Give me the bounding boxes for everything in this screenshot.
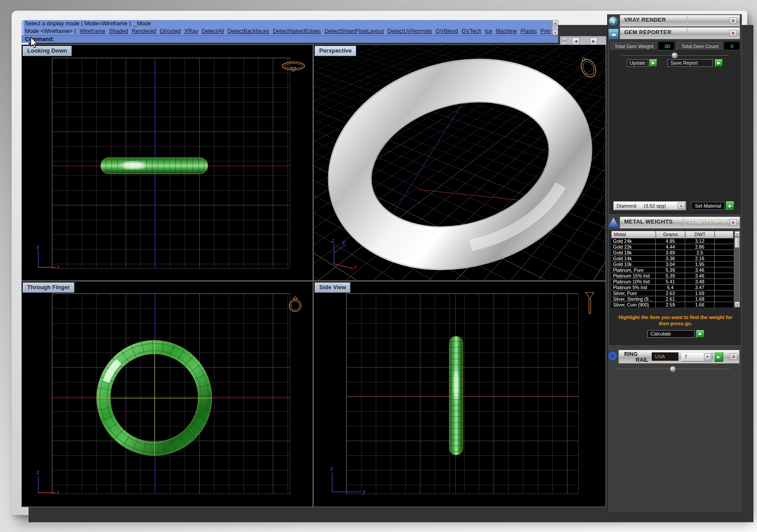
ring-rail-slider-knob[interactable] (670, 366, 676, 372)
material-name: Diamond (617, 203, 636, 209)
material-dropdown[interactable]: Diamond (3.52 spg) ▼ (613, 201, 686, 210)
command-option[interactable]: DetectUVNormals (387, 28, 432, 34)
ring-rail-icon (608, 352, 617, 360)
command-option[interactable]: Presentation (540, 28, 551, 34)
table-row[interactable]: Silver, Coin (900) 2.59 1.66 (611, 302, 733, 307)
metal-weights-icon (608, 217, 619, 227)
update-go-icon[interactable]: ▶ (650, 59, 657, 67)
axis-label-x: x (354, 264, 357, 270)
calculate-button[interactable]: Calculate (647, 330, 695, 338)
table-row[interactable]: Gold 24k 4.85 3.12 (611, 238, 733, 244)
viewport-perspective[interactable]: Perspective z y x (314, 45, 605, 280)
ring-size-region-input[interactable]: USA (652, 352, 679, 361)
gem-reporter-header[interactable]: GEM REPORTER ✕ (620, 27, 740, 39)
viewport-through-finger[interactable]: Through Finger z x (22, 282, 313, 507)
command-scrollbar[interactable]: ▲ ▼ (552, 20, 558, 35)
viewport-side-view[interactable]: Side View z y (314, 282, 605, 507)
close-icon[interactable]: ✕ (729, 17, 737, 24)
command-options: WireframeShadedRenderedGhostedXRayDetect… (76, 28, 551, 34)
scrollbar-thumb[interactable] (735, 237, 740, 248)
total-gem-count-value: 0 (724, 42, 740, 50)
scroll-up-icon[interactable]: ▲ (735, 231, 740, 237)
axis-label-y: y (342, 239, 345, 245)
ring-size-value: 7 (684, 354, 687, 360)
command-option[interactable]: DetectNakedEdges (273, 28, 321, 34)
close-icon[interactable]: ✕ (729, 30, 737, 37)
set-material-go-icon[interactable]: ▶ (726, 201, 734, 210)
ring-orientation-icon (288, 291, 303, 315)
set-material-button[interactable]: Set Material (691, 202, 725, 210)
viewport-tab-perspective[interactable]: Perspective (315, 46, 356, 56)
command-history-line2: Mode <Wireframe> (WireframeShadedRendere… (25, 28, 551, 35)
ring-band-top-view[interactable] (100, 157, 209, 175)
command-option[interactable]: Machine (496, 28, 517, 34)
update-button[interactable]: Update (627, 59, 648, 67)
command-option[interactable]: Shaded (109, 28, 128, 34)
save-report-go-icon[interactable]: ▶ (715, 59, 723, 67)
command-prompt-input[interactable]: Command: (21, 35, 558, 43)
calculate-go-icon[interactable]: ▶ (696, 330, 704, 338)
column-header-metal[interactable]: Metal (611, 231, 656, 238)
vray-render-title: VRAY RENDER (624, 17, 666, 23)
gem-reporter-title: GEM REPORTER (624, 29, 671, 36)
ring-size-dropdown[interactable]: 7 ▼ (681, 352, 712, 362)
close-icon[interactable]: ✕ (730, 353, 737, 360)
table-row[interactable]: Silver, Pure 2.63 1.69 (611, 291, 733, 296)
command-option[interactable]: DetectSmartFlowLayout (325, 28, 384, 34)
vray-render-header[interactable]: VRAY RENDER ✕ (620, 15, 740, 27)
object-checked-status: 1 Object Checked (688, 219, 731, 225)
column-header-dwt[interactable]: DWT (685, 231, 715, 238)
history-left-icon[interactable]: ◀ (572, 37, 580, 45)
table-row[interactable]: Gold 14k 3.36 2.16 (611, 256, 733, 262)
table-row[interactable]: Gold 10k 3.04 1.95 (611, 262, 733, 267)
table-row[interactable]: Platinum 5% Irid 5.4 3.47 (611, 285, 733, 291)
command-option[interactable]: GVTech (461, 28, 481, 34)
panel-collapse-knob[interactable] (671, 52, 678, 59)
metal-weights-header[interactable]: METAL WEIGHTS 1 Object Checked ✕ (620, 217, 740, 229)
command-option[interactable]: GVBlend (436, 28, 458, 34)
metal-weights-title: METAL WEIGHTS (624, 219, 673, 225)
vray-icon: V (608, 16, 619, 27)
table-header-row: Metal Grams DWT (611, 231, 733, 238)
table-row[interactable]: Platinum 15% Irid 5.39 3.46 (611, 273, 733, 279)
command-option[interactable]: Plastic (521, 28, 537, 34)
command-option[interactable]: Wireframe (80, 28, 106, 34)
close-icon[interactable]: ✕ (729, 219, 737, 226)
axis-label-y: y (37, 244, 39, 250)
save-report-button[interactable]: Save Report (667, 59, 713, 67)
command-option[interactable]: Rendered (132, 28, 156, 34)
ring-rail-title-bottom: RAIL (636, 357, 648, 363)
ring-rail-go-icon[interactable]: ▶ (714, 352, 723, 362)
spinner-up-icon[interactable]: ▲ (562, 37, 567, 41)
viewport-tab-through-finger[interactable]: Through Finger (23, 282, 74, 293)
scroll-up-icon[interactable]: ▲ (552, 20, 558, 25)
axis-label-z: z (37, 470, 39, 475)
command-option[interactable]: DetectBackfaces (227, 28, 269, 34)
table-scrollbar[interactable]: ▲ ▼ (734, 231, 740, 307)
history-right-icon[interactable]: ▶ (590, 37, 597, 45)
chevron-down-icon[interactable]: ▼ (704, 353, 711, 360)
viewport-looking-down[interactable]: Looking Down y x (22, 45, 313, 280)
viewport-tab-side-view[interactable]: Side View (315, 282, 350, 293)
command-history-line1: Select a display mode ( Mode=Wireframe )… (25, 20, 551, 28)
table-row[interactable]: Gold 18k 3.89 2.5 (611, 250, 733, 256)
metal-weights-body: Metal Grams DWT Gold 24k 4.85 3.12 Gold … (609, 229, 741, 346)
command-option[interactable]: Ghosted (160, 28, 181, 34)
table-row[interactable]: Silver, Sterling (9... 2.61 1.68 (611, 296, 733, 302)
command-option[interactable]: Ice (485, 28, 493, 34)
command-option[interactable]: XRay (185, 28, 198, 34)
axis-indicator: y x (36, 246, 58, 269)
scroll-down-icon[interactable]: ▼ (735, 302, 740, 307)
command-option[interactable]: DetectAll (202, 28, 224, 34)
chevron-down-icon[interactable]: ▼ (678, 203, 685, 209)
ring-orientation-icon (584, 290, 596, 315)
ring-band-side-view[interactable] (448, 336, 464, 457)
gem-reporter-body: Total Gem Weight .00 Total Gem Count 0 U… (609, 40, 741, 215)
column-header-grams[interactable]: Grams (656, 231, 685, 238)
table-row[interactable]: Gold 22k 4.44 2.86 (611, 244, 733, 250)
scroll-down-icon[interactable]: ▼ (552, 30, 558, 35)
command-panel: Select a display mode ( Mode=Wireframe )… (21, 20, 558, 43)
table-row[interactable]: Platinum, Pure 5.39 3.46 (611, 267, 733, 273)
table-row[interactable]: Platinum 10% Irid 5.41 3.48 (611, 279, 733, 285)
axis-indicator: z y (330, 467, 370, 494)
